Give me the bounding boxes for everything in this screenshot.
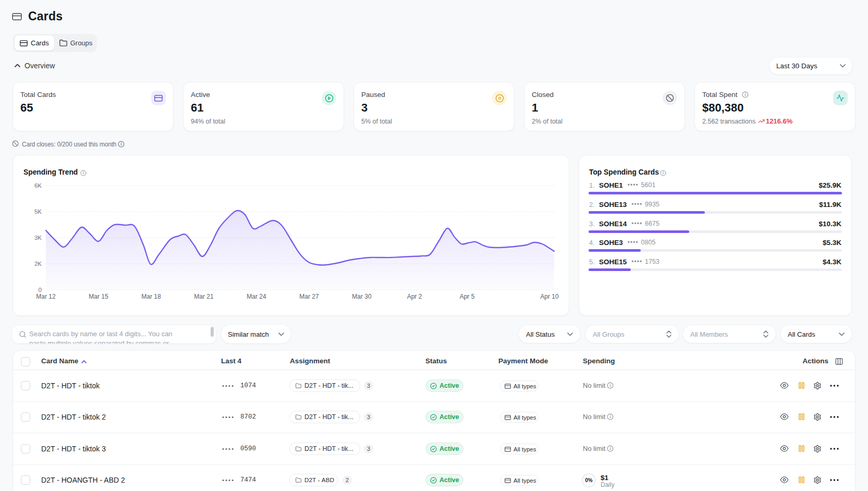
svg-text:5K: 5K bbox=[34, 208, 42, 215]
svg-text:Apr 2: Apr 2 bbox=[407, 293, 422, 300]
svg-text:3K: 3K bbox=[34, 235, 42, 241]
svg-text:Mar 15: Mar 15 bbox=[89, 293, 108, 300]
svg-text:Mar 24: Mar 24 bbox=[247, 293, 266, 300]
svg-text:Mar 27: Mar 27 bbox=[299, 293, 319, 300]
svg-text:Apr 10: Apr 10 bbox=[540, 293, 559, 300]
svg-text:Mar 21: Mar 21 bbox=[194, 293, 214, 300]
svg-text:Mar 18: Mar 18 bbox=[141, 293, 161, 300]
svg-text:Apr 5: Apr 5 bbox=[460, 293, 475, 300]
svg-text:0: 0 bbox=[39, 287, 42, 293]
svg-text:2K: 2K bbox=[34, 261, 42, 267]
svg-text:Mar 30: Mar 30 bbox=[352, 293, 372, 300]
svg-text:Mar 12: Mar 12 bbox=[36, 293, 56, 300]
svg-text:6K: 6K bbox=[34, 182, 42, 189]
